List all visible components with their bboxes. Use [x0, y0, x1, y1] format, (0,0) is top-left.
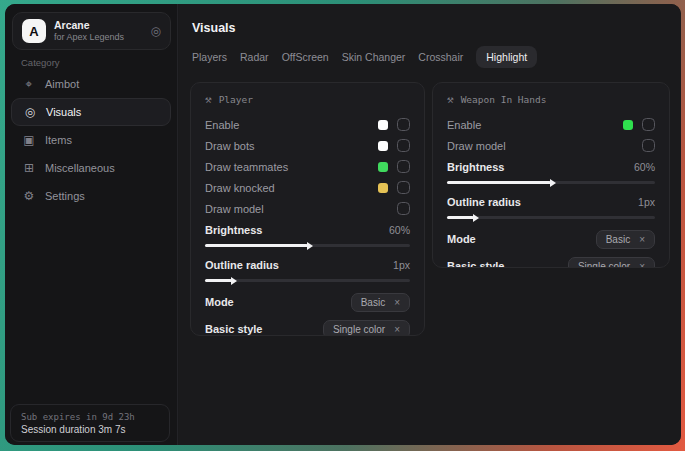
tab-highlight[interactable]: Highlight	[476, 46, 537, 68]
eye-scan-icon: ◎	[23, 105, 37, 119]
draw-teammates-color-swatch[interactable]	[378, 162, 388, 172]
sidebar-item-label: Aimbot	[45, 78, 79, 90]
close-icon[interactable]: ×	[639, 234, 645, 245]
tools-icon: ⚒	[447, 93, 454, 106]
crosshair-icon: ⌖	[22, 77, 36, 91]
tab-crosshair[interactable]: Crosshair	[418, 46, 463, 68]
draw-knocked-checkbox[interactable]	[397, 181, 410, 194]
mode-row: Mode Basic ×	[447, 226, 655, 252]
draw-model-checkbox[interactable]	[642, 139, 655, 152]
brand-logo: A	[22, 19, 46, 43]
sidebar-item-label: Visuals	[46, 106, 81, 118]
sidebar-item-label: Miscellaneous	[45, 162, 115, 174]
outline-radius-slider[interactable]	[205, 279, 410, 282]
tools-icon: ⚒	[205, 93, 212, 106]
setting-row-draw-teammates: Draw teammates	[205, 156, 410, 177]
tab-players[interactable]: Players	[192, 46, 227, 68]
enable-color-swatch[interactable]	[623, 120, 633, 130]
basic-style-row: Basic style Single color ×	[447, 253, 655, 268]
sidebar-item-aimbot[interactable]: ⌖ Aimbot	[11, 70, 171, 98]
outline-radius-row: Outline radius 1px	[447, 191, 655, 212]
sidebar-item-settings[interactable]: ⚙ Settings	[11, 182, 171, 210]
panel-title: Player	[219, 94, 253, 105]
outline-radius-value: 1px	[393, 259, 410, 271]
subscription-card: Sub expires in 9d 23h Session duration 3…	[10, 404, 170, 442]
tab-bar: Players Radar OffScreen Skin Changer Cro…	[192, 46, 537, 68]
brightness-slider[interactable]	[447, 181, 655, 184]
slider-fill[interactable]	[447, 216, 474, 219]
session-duration-text: Session duration 3m 7s	[21, 424, 159, 435]
page-title: Visuals	[192, 21, 236, 35]
tab-skin-changer[interactable]: Skin Changer	[342, 46, 406, 68]
sidebar-item-miscellaneous[interactable]: ⊞ Miscellaneous	[11, 154, 171, 182]
enable-color-swatch[interactable]	[378, 120, 388, 130]
setting-row-draw-bots: Draw bots	[205, 135, 410, 156]
sidebar-item-label: Settings	[45, 190, 85, 202]
target-icon[interactable]: ◎	[151, 24, 161, 38]
player-panel: ⚒ Player Enable Draw bots Draw teammates…	[190, 82, 425, 336]
mode-chip[interactable]: Basic ×	[351, 293, 410, 312]
close-icon[interactable]: ×	[394, 324, 400, 335]
sidebar-nav: ⌖ Aimbot ◎ Visuals ▣ Items ⊞ Miscellaneo…	[11, 70, 171, 210]
setting-row-draw-model: Draw model	[205, 198, 410, 219]
weapon-in-hands-panel: ⚒ Weapon In Hands Enable Draw model Brig…	[432, 82, 670, 268]
basic-style-row: Basic style Single color ×	[205, 316, 410, 336]
enable-checkbox[interactable]	[397, 118, 410, 131]
outline-radius-value: 1px	[638, 196, 655, 208]
category-label: Category	[21, 57, 60, 68]
box-icon: ▣	[22, 133, 36, 147]
sidebar-item-label: Items	[45, 134, 72, 146]
grid-icon: ⊞	[22, 161, 36, 175]
sidebar-item-items[interactable]: ▣ Items	[11, 126, 171, 154]
sub-expires-text: Sub expires in 9d 23h	[21, 412, 159, 422]
brightness-row: Brightness 60%	[447, 156, 655, 177]
gear-icon: ⚙	[22, 189, 36, 203]
draw-knocked-color-swatch[interactable]	[378, 183, 388, 193]
basic-style-chip[interactable]: Single color ×	[568, 257, 655, 269]
draw-teammates-checkbox[interactable]	[397, 160, 410, 173]
app-window: A Arcane for Apex Legends ◎ Category ⌖ A…	[5, 4, 681, 445]
slider-fill[interactable]	[205, 279, 232, 282]
slider-fill[interactable]	[447, 181, 551, 184]
sidebar-item-visuals[interactable]: ◎ Visuals	[11, 98, 171, 126]
draw-bots-checkbox[interactable]	[397, 139, 410, 152]
mode-chip[interactable]: Basic ×	[596, 230, 655, 249]
close-icon[interactable]: ×	[394, 297, 400, 308]
outline-radius-slider[interactable]	[447, 216, 655, 219]
setting-row-enable: Enable	[205, 114, 410, 135]
setting-row-draw-model: Draw model	[447, 135, 655, 156]
tab-offscreen[interactable]: OffScreen	[282, 46, 329, 68]
draw-model-checkbox[interactable]	[397, 202, 410, 215]
main-area: Visuals Players Radar OffScreen Skin Cha…	[179, 4, 681, 445]
mode-row: Mode Basic ×	[205, 289, 410, 315]
basic-style-chip[interactable]: Single color ×	[323, 320, 410, 337]
brightness-value: 60%	[634, 161, 655, 173]
brand-subtitle: for Apex Legends	[54, 32, 143, 43]
setting-row-draw-knocked: Draw knocked	[205, 177, 410, 198]
setting-row-enable: Enable	[447, 114, 655, 135]
brightness-slider[interactable]	[205, 244, 410, 247]
brightness-value: 60%	[389, 224, 410, 236]
draw-bots-color-swatch[interactable]	[378, 141, 388, 151]
slider-fill[interactable]	[205, 244, 308, 247]
outline-radius-row: Outline radius 1px	[205, 254, 410, 275]
close-icon[interactable]: ×	[639, 261, 645, 269]
enable-checkbox[interactable]	[642, 118, 655, 131]
brand-title: Arcane	[54, 19, 143, 32]
panel-title: Weapon In Hands	[461, 94, 547, 105]
tab-radar[interactable]: Radar	[240, 46, 269, 68]
brightness-row: Brightness 60%	[205, 219, 410, 240]
sidebar: A Arcane for Apex Legends ◎ Category ⌖ A…	[5, 4, 178, 445]
brand-card: A Arcane for Apex Legends ◎	[12, 12, 171, 50]
